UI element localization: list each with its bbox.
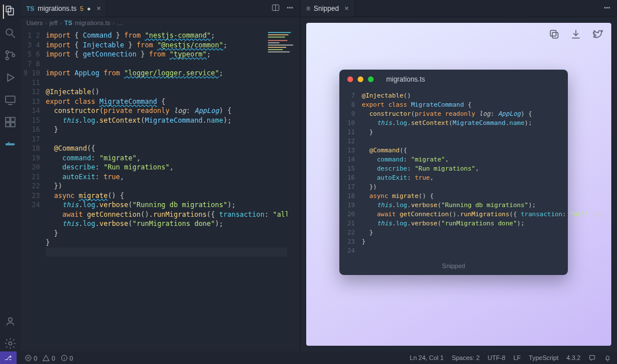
ts-lang-icon: TS	[26, 5, 34, 12]
svg-line-3	[12, 35, 15, 38]
svg-rect-17	[8, 142, 9, 143]
tab-label: migrations.ts	[38, 5, 77, 13]
traffic-light-red	[347, 76, 353, 82]
svg-rect-10	[6, 118, 10, 122]
code-view[interactable]: 1 2 3 4 5 6 7 8 9 10 11 12 13 14 15 16 1…	[21, 29, 300, 351]
tab-dirty-dot: ●	[87, 5, 91, 12]
breadcrumb-seg[interactable]: jeff	[49, 19, 57, 26]
tab-bar-left: TS migrations.ts 5 ● ×	[21, 0, 300, 17]
svg-point-23	[290, 7, 291, 8]
account-icon[interactable]	[4, 315, 17, 329]
search-icon[interactable]	[4, 27, 17, 41]
status-eol[interactable]: LF	[514, 354, 521, 361]
svg-point-19	[9, 342, 12, 345]
traffic-light-green	[368, 76, 374, 82]
svg-point-24	[291, 7, 293, 8]
svg-point-2	[6, 29, 13, 35]
svg-rect-11	[11, 118, 15, 122]
more-icon[interactable]	[603, 3, 611, 14]
traffic-light-yellow	[358, 76, 363, 82]
svg-rect-8	[6, 96, 15, 103]
status-encoding[interactable]: UTF-8	[488, 354, 506, 361]
svg-rect-13	[11, 123, 15, 127]
more-icon[interactable]	[286, 3, 294, 14]
docker-icon[interactable]	[4, 138, 17, 152]
svg-rect-14	[7, 143, 8, 144]
status-ln-col[interactable]: Ln 24, Col 1	[410, 354, 443, 361]
svg-rect-28	[552, 33, 558, 38]
editor-groups: TS migrations.ts 5 ● × Users› jeff› TS m…	[21, 0, 617, 351]
run-debug-icon[interactable]	[4, 71, 17, 86]
card-titlebar: migrations.ts	[339, 70, 568, 89]
svg-point-25	[604, 7, 606, 8]
svg-point-26	[607, 7, 608, 8]
source-control-icon[interactable]	[4, 49, 17, 63]
twitter-icon[interactable]	[592, 29, 603, 42]
tab-mod-count: 5	[80, 5, 83, 12]
breadcrumb-seg[interactable]: migrations.ts	[75, 19, 110, 26]
copy-icon[interactable]	[548, 29, 560, 42]
tab-label: Snipped	[314, 5, 339, 13]
svg-point-22	[287, 7, 289, 8]
tab-migrations[interactable]: TS migrations.ts 5 ● ×	[21, 0, 107, 17]
activity-bar	[0, 0, 21, 351]
svg-point-5	[6, 57, 9, 60]
status-problems[interactable]: 0 0 0	[25, 354, 73, 362]
status-feedback-icon[interactable]	[588, 354, 596, 362]
svg-point-18	[9, 318, 12, 321]
card-code-body: @Injectable() export class MigrateComman…	[362, 91, 604, 256]
svg-marker-7	[7, 74, 14, 82]
status-spaces[interactable]: Spaces: 2	[452, 354, 480, 361]
svg-point-6	[12, 54, 15, 57]
card-footer: Snipped	[339, 260, 568, 270]
svg-rect-16	[10, 143, 11, 144]
status-git-branch[interactable]: ⎇	[0, 351, 17, 364]
close-icon[interactable]: ×	[344, 4, 349, 13]
code-body[interactable]: import { Command } from "nestjs-command"…	[46, 29, 287, 351]
explorer-icon[interactable]	[3, 5, 17, 19]
download-icon[interactable]	[570, 29, 582, 42]
svg-rect-29	[550, 30, 556, 36]
breadcrumb-seg[interactable]: Users	[26, 19, 43, 26]
status-bar: ⎇ 0 0 0 Ln 24, Col 1 Spaces: 2 UTF-8 LF …	[0, 351, 617, 364]
snipped-tab-icon: ≡	[306, 5, 310, 13]
status-bell-icon[interactable]	[604, 354, 611, 362]
line-gutter: 1 2 3 4 5 6 7 8 9 10 11 12 13 14 15 16 1…	[21, 29, 46, 351]
svg-point-27	[608, 7, 610, 8]
snipped-preview: migrations.ts 7 8 9 10 11 12 13 14 15 16…	[306, 23, 611, 346]
extensions-icon[interactable]	[4, 116, 17, 130]
svg-rect-12	[6, 123, 10, 127]
close-icon[interactable]: ×	[97, 4, 101, 13]
breadcrumbs[interactable]: Users› jeff› TS migrations.ts› …	[21, 17, 300, 29]
svg-rect-15	[8, 143, 9, 144]
editor-pane-right: ≡ Snipped × migrations.ts	[301, 0, 617, 351]
minimap[interactable]	[266, 29, 300, 68]
split-editor-icon[interactable]	[271, 3, 280, 14]
status-language[interactable]: TypeScript	[529, 354, 559, 361]
snippet-card: migrations.ts 7 8 9 10 11 12 13 14 15 16…	[339, 70, 568, 275]
card-title: migrations.ts	[386, 75, 425, 83]
card-gutter: 7 8 9 10 11 12 13 14 15 16 17 18 19 20 2…	[347, 91, 362, 256]
tab-snipped[interactable]: ≡ Snipped ×	[301, 0, 355, 17]
settings-gear-icon[interactable]	[4, 337, 17, 351]
remote-icon[interactable]	[4, 94, 17, 108]
svg-point-4	[6, 51, 9, 54]
breadcrumb-seg[interactable]: …	[117, 19, 123, 26]
editor-pane-left: TS migrations.ts 5 ● × Users› jeff› TS m…	[21, 0, 301, 351]
status-ts-ver[interactable]: 4.3.2	[567, 354, 580, 361]
tab-bar-right: ≡ Snipped ×	[301, 0, 617, 17]
